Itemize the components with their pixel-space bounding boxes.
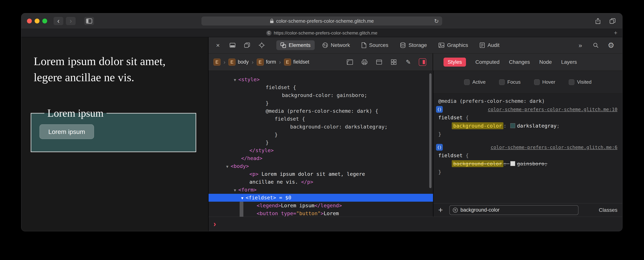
code-line[interactable]: background-color: darkslategray; [208,123,433,131]
code-line[interactable]: } [208,131,433,139]
address-bar[interactable]: color-scheme-prefers-color-scheme.glitch… [202,17,442,26]
filter-input[interactable]: background-color [449,205,578,215]
tab-node[interactable]: Node [539,59,552,65]
close-window-button[interactable] [27,19,32,24]
scrollbar-thumb[interactable] [429,73,432,188]
tab-audit[interactable]: Audit [476,40,504,50]
element-state-toggle[interactable] [419,58,426,66]
minimize-window-button[interactable] [35,19,40,24]
css-declaration[interactable]: background-color: darkslategray; [434,122,622,130]
element-badge-form[interactable]: E [257,59,264,66]
settings-gear-icon[interactable]: ⚙ [606,40,616,50]
stylesheet-link[interactable]: color-scheme-prefers-color-scheme.glitch… [488,107,618,112]
css-value[interactable]: darkslategray [517,123,556,129]
css-property[interactable]: background-color [452,122,504,129]
code-line[interactable]: } [208,139,433,147]
code-line[interactable]: @media (prefers-color-scheme: dark) { [208,107,433,115]
toggle-hover[interactable]: Hover [534,79,555,85]
checkbox-active[interactable] [464,79,470,85]
code-line[interactable]: ▼ <form> [208,186,433,194]
toggle-visited[interactable]: Visited [569,79,592,85]
print-styles-button[interactable] [360,58,368,66]
more-tabs-button[interactable]: » [576,40,585,50]
new-tab-button[interactable]: + [614,30,618,36]
reload-button[interactable]: ↻ [434,18,439,24]
toggle-active[interactable]: Active [464,79,486,85]
tab-label: Network [331,42,350,48]
back-button[interactable]: ‹ [54,17,63,25]
sidebar-toggle-button[interactable] [84,17,94,25]
dock-side-icon [244,43,250,48]
stylesheet-link[interactable]: color-scheme-prefers-color-scheme.glitch… [491,145,618,150]
code-line[interactable]: </style> [208,147,433,154]
tab-overview-button[interactable] [608,17,618,25]
tab-styles[interactable]: Styles [444,58,466,67]
breadcrumb-item-fieldset[interactable]: fieldset [293,59,310,65]
stylesheet-icon: {} [436,144,443,151]
css-value[interactable]: gainsboro [517,161,544,167]
classes-toggle[interactable]: Classes [599,207,618,213]
code-line[interactable]: ancillae ne vis. </p> [208,178,433,186]
element-picker-icon [259,42,265,48]
forward-button[interactable]: › [66,17,76,25]
tab-label: Storage [408,42,427,48]
checkbox-focus[interactable] [499,79,505,85]
toggle-label: Visited [577,79,592,85]
search-button[interactable] [591,40,600,50]
share-button[interactable] [593,17,603,25]
checkbox-visited[interactable] [569,79,574,85]
frame-view-button[interactable] [375,58,383,66]
active-tab[interactable]: C https://color-scheme-prefers-color-sch… [266,30,378,36]
audit-icon [480,42,485,48]
code-line[interactable]: ▼ <style> [208,76,433,83]
grid-overlay-button[interactable] [390,58,398,66]
code-line[interactable]: <p> Lorem ipsum dolor sit amet, legere [208,170,433,178]
breadcrumb-item-body[interactable]: body [238,59,249,65]
edit-styles-button[interactable]: ✎ [404,58,412,66]
devtools-panel: × [208,37,622,231]
layout-ruler-button[interactable] [346,58,354,66]
style-rules: @media (prefers-color-scheme: dark) {} c… [434,94,622,203]
new-rule-button[interactable]: + [438,206,443,215]
page-button[interactable]: Lorem ipsum [40,124,94,139]
console-prompt-bar[interactable]: › [208,217,622,231]
code-line[interactable]: } [208,99,433,107]
code-line[interactable]: background-color: gainsboro; [208,91,433,99]
stylesheet-icon: {} [436,106,443,113]
tab-network[interactable]: Network [318,40,354,50]
tab-layers[interactable]: Layers [561,59,577,65]
tab-graphics[interactable]: Graphics [434,40,472,50]
site-favicon: C [266,30,272,36]
tab-sources[interactable]: Sources [358,40,392,50]
color-swatch[interactable] [510,123,515,128]
tab-computed[interactable]: Computed [475,59,500,65]
element-picker-button[interactable] [257,40,266,50]
code-line[interactable]: ▼ <fieldset> = $0 [208,194,433,202]
element-badge-body[interactable]: E [228,59,236,66]
element-badge-html[interactable]: E [214,59,220,66]
code-line[interactable]: fieldset { [208,83,433,91]
checkbox-hover[interactable] [534,79,540,85]
tab-storage[interactable]: Storage [396,40,431,50]
pseudo-class-toggles: Active Focus Hover Visited [434,71,622,94]
tab-changes[interactable]: Changes [509,59,530,65]
element-badge-fieldset[interactable]: E [284,59,291,66]
tab-elements[interactable]: Elements [276,40,315,50]
css-selector[interactable]: fieldset [438,153,462,158]
code-line[interactable]: ▼ <body> [208,162,433,170]
dock-side-button[interactable] [242,40,252,50]
tab-bar: C https://color-scheme-prefers-color-sch… [21,29,622,37]
toggle-focus[interactable]: Focus [499,79,521,85]
grid-icon [391,59,396,65]
css-declaration-overridden[interactable]: background-color: gainsboro; [434,160,622,168]
css-selector[interactable]: fieldset [438,115,462,120]
devtools-close-button[interactable]: × [213,40,223,50]
filter-icon [453,207,458,213]
code-line[interactable]: </head> [208,154,433,162]
css-property[interactable]: background-color [452,160,504,167]
zoom-window-button[interactable] [42,19,47,24]
color-swatch[interactable] [510,161,515,166]
breadcrumb-item-form[interactable]: form [266,59,276,65]
code-line[interactable]: fieldset { [208,115,433,123]
dock-bottom-button[interactable] [228,40,238,50]
